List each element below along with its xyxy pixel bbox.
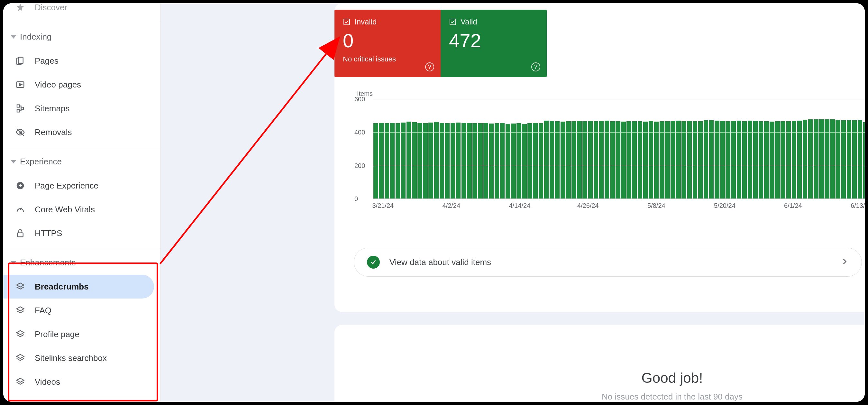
svg-rect-2 — [17, 105, 20, 107]
chart-bar — [489, 124, 494, 198]
chart-bar — [665, 121, 670, 199]
sidebar-item-pages[interactable]: Pages — [3, 49, 154, 73]
sidebar-item-faq[interactable]: FAQ — [3, 299, 154, 322]
summary-card: Good job! No issues detected in the last… — [335, 325, 865, 402]
pages-icon — [15, 56, 26, 66]
chart-bar — [445, 123, 450, 198]
chart-bar — [632, 121, 637, 198]
sidebar-item-label: Sitemaps — [35, 103, 69, 114]
chart-bar — [616, 121, 620, 198]
chart-bar — [505, 124, 510, 198]
group-header-experience[interactable]: Experience — [3, 150, 160, 174]
tile-valid[interactable]: Valid 472 ? — [441, 10, 547, 77]
chart-bar — [467, 123, 472, 198]
sidebar-item-core-web-vitals[interactable]: Core Web Vitals — [3, 197, 154, 221]
chart-bar — [830, 119, 835, 198]
chart-bar — [517, 123, 521, 198]
chart-bar — [456, 123, 461, 198]
svg-rect-3 — [17, 110, 20, 112]
chart-ytick: 600 — [354, 96, 365, 103]
chart-bar — [681, 121, 686, 198]
chart-xtick: 4/26/24 — [577, 202, 599, 210]
sidebar-item-videos[interactable]: Videos — [3, 370, 154, 394]
layers-icon — [15, 353, 26, 363]
chart-xtick: 5/8/24 — [647, 202, 665, 210]
tile-count: 472 — [449, 30, 538, 52]
chart-bar — [434, 122, 439, 198]
sidebar-item-discover[interactable]: Discover — [3, 3, 154, 19]
chart-bar — [764, 121, 769, 199]
sidebar-item-label: Discover — [35, 3, 67, 12]
chart-bar — [412, 122, 417, 198]
chart-bar — [406, 122, 411, 198]
svg-rect-0 — [18, 57, 23, 64]
chart-bar — [462, 123, 466, 198]
chart-bar — [495, 123, 499, 198]
chart-bar — [401, 123, 406, 198]
chart-bar — [836, 120, 840, 198]
sidebar-item-sitemaps[interactable]: Sitemaps — [3, 96, 154, 120]
sidebar-item-removals[interactable]: Removals — [3, 120, 154, 144]
report-card: Invalid 0 No critical issues ? Valid 472… — [335, 3, 865, 312]
chart-bar — [698, 121, 703, 198]
chart-bar — [500, 123, 505, 198]
sidebar-item-label: Pages — [35, 56, 59, 66]
chart-bar — [428, 123, 433, 198]
chart-bar — [725, 121, 731, 199]
checkbox-icon — [449, 18, 457, 26]
chart-bar — [654, 122, 659, 198]
star-icon — [15, 3, 26, 12]
sidebar-item-https[interactable]: HTTPS — [3, 221, 154, 245]
main-content: Invalid 0 No critical issues ? Valid 472… — [161, 3, 865, 402]
chart-bar — [533, 123, 538, 198]
chart-xtick: 6/1/24 — [784, 202, 802, 210]
sidebar-item-profile-page[interactable]: Profile page — [3, 322, 154, 346]
chart-bar — [484, 123, 488, 198]
chart-bar — [522, 124, 527, 198]
chart-bar — [390, 123, 395, 198]
plus-circle-icon — [15, 181, 26, 190]
chart-bar — [594, 121, 598, 199]
chart: Items 0200400600 3/21/244/2/244/14/244/2… — [347, 90, 865, 228]
chart-bar — [527, 123, 532, 198]
layers-icon — [15, 330, 26, 339]
chart-xtick: 4/14/24 — [509, 202, 530, 210]
view-valid-items-link[interactable]: View data about valid items — [354, 248, 862, 277]
link-text: View data about valid items — [390, 257, 491, 267]
sidebar-item-label: Profile page — [35, 330, 80, 339]
check-circle-icon — [367, 256, 380, 269]
help-icon[interactable]: ? — [425, 62, 434, 71]
sidebar-item-page-experience[interactable]: Page Experience — [3, 174, 154, 197]
sidebar-item-label: Video pages — [35, 80, 81, 90]
layers-icon — [15, 282, 26, 291]
group-header-enhancements[interactable]: Enhancements — [3, 251, 160, 275]
sidebar-item-video-pages[interactable]: Video pages — [3, 73, 154, 96]
tile-title: Valid — [461, 18, 477, 26]
group-label: Experience — [20, 157, 62, 167]
tile-invalid[interactable]: Invalid 0 No critical issues ? — [335, 10, 441, 77]
chart-bar — [808, 119, 813, 198]
chart-bar — [566, 121, 571, 198]
chart-xtick: 4/2/24 — [442, 202, 461, 210]
chart-bar — [379, 123, 384, 198]
chart-bar — [638, 121, 643, 198]
svg-rect-8 — [18, 233, 23, 237]
lock-icon — [15, 228, 26, 238]
sidebar-item-label: Breadcrumbs — [35, 282, 89, 292]
help-icon[interactable]: ? — [531, 62, 540, 71]
chart-bar — [770, 122, 774, 198]
layers-icon — [15, 377, 26, 387]
sidebar-item-label: Removals — [35, 127, 72, 137]
sidebar-item-label: HTTPS — [35, 228, 62, 238]
chart-bar — [472, 123, 477, 198]
sidebar-item-sitelinks-searchbox[interactable]: Sitelinks searchbox — [3, 346, 154, 370]
layers-icon — [15, 306, 26, 315]
chart-bar — [561, 122, 565, 198]
group-header-indexing[interactable]: Indexing — [3, 25, 160, 49]
tile-subtitle: No critical issues — [343, 55, 432, 63]
chart-xtick: 6/13/24 — [850, 202, 865, 210]
chart-xtick: 5/20/24 — [714, 202, 736, 210]
tile-count: 0 — [343, 30, 432, 52]
sidebar-item-breadcrumbs[interactable]: Breadcrumbs — [3, 275, 154, 299]
chart-xtick: 3/21/24 — [372, 202, 394, 210]
